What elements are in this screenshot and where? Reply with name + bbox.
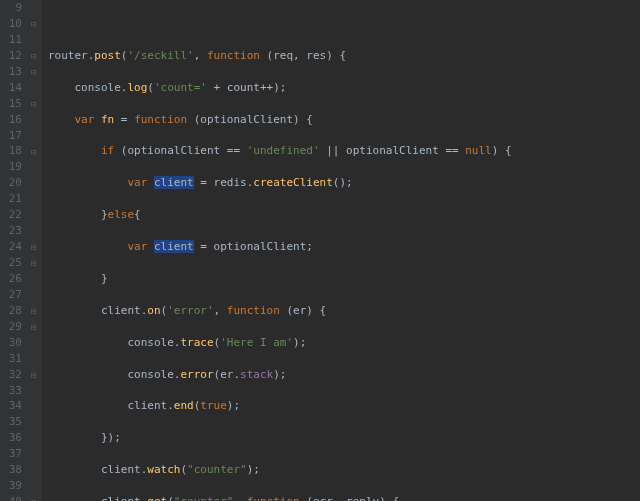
- line-number: 18: [4, 143, 22, 159]
- line-number: 29: [4, 319, 22, 335]
- code-line: console.trace('Here I am');: [48, 335, 512, 351]
- line-number: 14: [4, 80, 22, 96]
- code-line: console.error(er.stack);: [48, 367, 512, 383]
- fold-toggle-icon[interactable]: ⊟: [31, 321, 36, 334]
- code-line: }: [48, 271, 512, 287]
- line-number: 22: [4, 207, 22, 223]
- line-number: 20: [4, 175, 22, 191]
- line-number: 26: [4, 271, 22, 287]
- line-number: 15: [4, 96, 22, 112]
- line-number: 36: [4, 430, 22, 446]
- line-number: 24: [4, 239, 22, 255]
- line-number: 11: [4, 32, 22, 48]
- line-number: 9: [4, 0, 22, 16]
- code-line: }else{: [48, 207, 512, 223]
- line-number: 21: [4, 191, 22, 207]
- code-line: [48, 16, 512, 32]
- line-number: 28: [4, 303, 22, 319]
- fold-toggle-icon[interactable]: ⊟: [31, 50, 36, 63]
- line-number: 17: [4, 128, 22, 144]
- fold-toggle-icon[interactable]: ⊟: [31, 241, 36, 254]
- code-line: var fn = function (optionalClient) {: [48, 112, 512, 128]
- code-line: client.on('error', function (er) {: [48, 303, 512, 319]
- fold-toggle-icon[interactable]: ⊟: [31, 66, 36, 79]
- fold-toggle-icon[interactable]: ⊟: [31, 98, 36, 111]
- line-number: 10: [4, 16, 22, 32]
- code-line: console.log('count=' + count++);: [48, 80, 512, 96]
- line-number: 13: [4, 64, 22, 80]
- line-number: 27: [4, 287, 22, 303]
- line-number: 32: [4, 367, 22, 383]
- code-line: client.get("counter", function (err, rep…: [48, 494, 512, 501]
- fold-toggle-icon[interactable]: ⊟: [31, 18, 36, 31]
- code-line: var client = optionalClient;: [48, 239, 512, 255]
- line-number: 33: [4, 383, 22, 399]
- fold-toggle-icon[interactable]: ⊟: [31, 369, 36, 382]
- line-number: 34: [4, 398, 22, 414]
- line-number: 30: [4, 335, 22, 351]
- line-number: 38: [4, 462, 22, 478]
- code-line: });: [48, 430, 512, 446]
- line-number: 40: [4, 494, 22, 501]
- fold-column: ⊟⊟⊟⊟⊟⊟⊟⊟⊟⊟⊟⊟: [30, 0, 42, 501]
- code-line: var client = redis.createClient();: [48, 175, 512, 191]
- code-line: if (optionalClient == 'undefined' || opt…: [48, 143, 512, 159]
- fold-toggle-icon[interactable]: ⊟: [31, 305, 36, 318]
- fold-toggle-icon[interactable]: ⊟: [31, 257, 36, 270]
- code-editor[interactable]: router.post('/seckill', function (req, r…: [42, 0, 512, 501]
- code-line: client.watch("counter");: [48, 462, 512, 478]
- line-number: 39: [4, 478, 22, 494]
- line-number: 16: [4, 112, 22, 128]
- line-number-gutter: 9101112131415161718192021222324252627282…: [0, 0, 30, 501]
- line-number: 23: [4, 223, 22, 239]
- line-number: 37: [4, 446, 22, 462]
- line-number: 35: [4, 414, 22, 430]
- fold-toggle-icon[interactable]: ⊟: [31, 146, 36, 159]
- code-line: router.post('/seckill', function (req, r…: [48, 48, 512, 64]
- code-line: client.end(true);: [48, 398, 512, 414]
- fold-toggle-icon[interactable]: ⊟: [31, 496, 36, 501]
- line-number: 19: [4, 159, 22, 175]
- line-number: 31: [4, 351, 22, 367]
- line-number: 25: [4, 255, 22, 271]
- line-number: 12: [4, 48, 22, 64]
